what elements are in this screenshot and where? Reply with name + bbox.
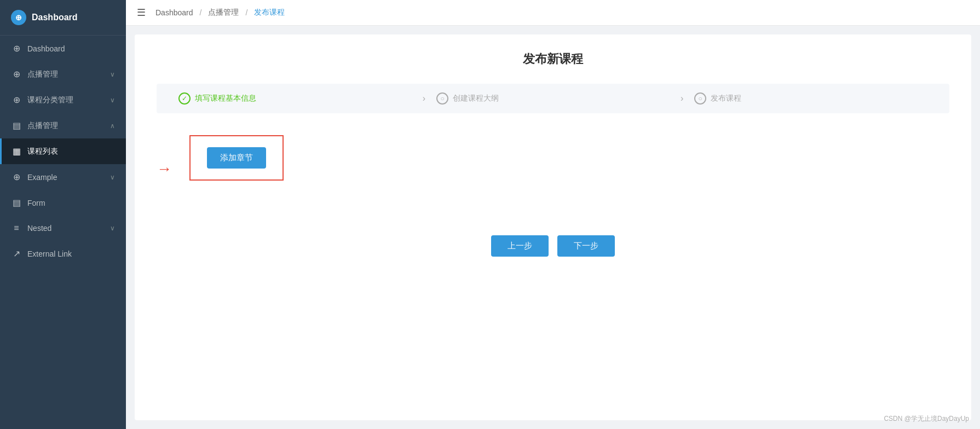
sidebar-item-example-label: Example xyxy=(27,173,110,182)
header: ☰ Dashboard / 点播管理 / 发布课程 xyxy=(126,0,980,26)
sidebar-item-nested-label: Nested xyxy=(27,224,110,233)
chevron-down-icon4: ∨ xyxy=(110,224,115,232)
breadcrumb-dashboard[interactable]: Dashboard xyxy=(155,8,193,17)
step-1: ✓ 填写课程基本信息 xyxy=(178,92,412,105)
example-icon: ⊕ xyxy=(11,172,22,182)
page-title: 发布新课程 xyxy=(157,51,949,67)
nested-icon: ≡ xyxy=(11,223,22,233)
step-2: ○ 创建课程大纲 xyxy=(436,92,670,105)
sidebar-item-vodmgr1[interactable]: ⊕ 点播管理 ∨ xyxy=(0,61,126,87)
external-icon: ↗ xyxy=(11,248,22,259)
vodmgr1-icon: ⊕ xyxy=(11,69,22,79)
next-button[interactable]: 下一步 xyxy=(557,235,615,257)
chevron-down-icon: ∨ xyxy=(110,71,115,78)
sidebar-item-vodmgr1-label: 点播管理 xyxy=(27,69,110,79)
sidebar-item-nested[interactable]: ≡ Nested ∨ xyxy=(0,216,126,241)
step1-done-icon: ✓ xyxy=(178,92,191,105)
add-chapter-button[interactable]: 添加章节 xyxy=(207,147,266,169)
sidebar-item-vodmgr2-label: 点播管理 xyxy=(27,121,110,131)
sidebar-item-dashboard-label: Dashboard xyxy=(27,44,115,53)
step-arrow-2: › xyxy=(681,94,683,103)
sidebar-item-example[interactable]: ⊕ Example ∨ xyxy=(0,164,126,190)
sidebar-item-coursemgr[interactable]: ⊕ 课程分类管理 ∨ xyxy=(0,87,126,113)
chevron-up-icon: ∧ xyxy=(110,122,115,130)
step3-icon: ○ xyxy=(694,92,706,105)
breadcrumb-sep1: / xyxy=(200,8,202,17)
footer-text: CSDN @学无止境DayDayUp xyxy=(884,414,969,424)
sidebar-logo-label: Dashboard xyxy=(32,13,78,22)
form-icon: ▤ xyxy=(11,198,22,208)
prev-button[interactable]: 上一步 xyxy=(491,235,549,257)
step1-label: 填写课程基本信息 xyxy=(195,94,256,103)
sidebar-item-external-label: External Link xyxy=(27,250,115,258)
sidebar-item-form[interactable]: ▤ Form xyxy=(0,190,126,216)
dashboard-icon: ⊕ xyxy=(11,43,22,54)
step-arrow-1: › xyxy=(423,94,425,103)
annotation-arrow: → xyxy=(157,160,172,178)
breadcrumb-current: 发布课程 xyxy=(254,8,285,18)
sidebar: ⊕ Dashboard ⊕ Dashboard ⊕ 点播管理 ∨ ⊕ 课程分类管… xyxy=(0,0,126,429)
sidebar-item-form-label: Form xyxy=(27,199,115,207)
chapter-area: 添加章节 xyxy=(189,135,284,181)
step3-label: 发布课程 xyxy=(711,94,741,103)
hamburger-icon[interactable]: ☰ xyxy=(137,7,146,19)
sidebar-item-external[interactable]: ↗ External Link xyxy=(0,241,126,266)
vodmgr2-icon: ▤ xyxy=(11,120,22,131)
coursemgr-icon: ⊕ xyxy=(11,95,22,105)
breadcrumb-sep2: / xyxy=(245,8,247,17)
sidebar-item-courselist-label: 课程列表 xyxy=(27,147,115,156)
step2-icon: ○ xyxy=(436,92,448,105)
nav-buttons: 上一步 下一步 xyxy=(157,235,949,257)
sidebar-item-dashboard[interactable]: ⊕ Dashboard xyxy=(0,36,126,61)
chevron-down-icon2: ∨ xyxy=(110,96,115,104)
steps-bar: ✓ 填写课程基本信息 › ○ 创建课程大纲 › ○ 发布课程 xyxy=(157,84,949,113)
main-area: ☰ Dashboard / 点播管理 / 发布课程 发布新课程 ✓ 填写课程基本… xyxy=(126,0,980,429)
sidebar-item-vodmgr2[interactable]: ▤ 点播管理 ∧ xyxy=(0,113,126,138)
content-area: 发布新课程 ✓ 填写课程基本信息 › ○ 创建课程大纲 › ○ 发布课程 xyxy=(135,34,971,420)
courselist-icon: ▦ xyxy=(11,146,22,156)
sidebar-item-courselist[interactable]: ▦ 课程列表 xyxy=(0,138,126,164)
step2-label: 创建课程大纲 xyxy=(453,94,499,103)
chevron-down-icon3: ∨ xyxy=(110,173,115,181)
breadcrumb-vodmgr[interactable]: 点播管理 xyxy=(208,8,239,18)
logo-icon: ⊕ xyxy=(11,10,26,25)
sidebar-logo[interactable]: ⊕ Dashboard xyxy=(0,0,126,36)
sidebar-item-coursemgr-label: 课程分类管理 xyxy=(27,95,110,105)
step-3: ○ 发布课程 xyxy=(694,92,927,105)
